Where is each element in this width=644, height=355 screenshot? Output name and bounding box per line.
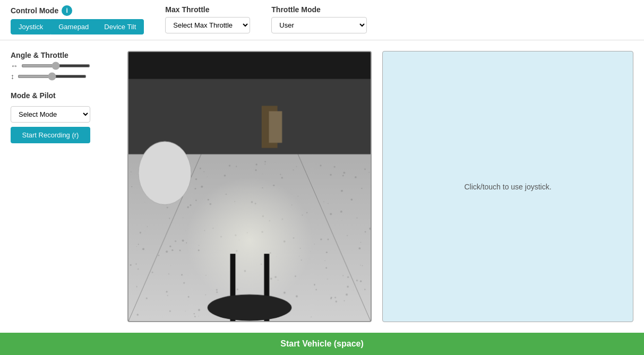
angle-throttle-label: Angle & Throttle <box>11 51 117 59</box>
throttle-mode-select[interactable]: User Auto <box>271 17 367 33</box>
camera-canvas <box>128 52 371 321</box>
joystick-area[interactable]: Click/touch to use joystick. <box>382 51 633 322</box>
max-throttle-section: Max Throttle Select Max Throttle 0.10.20… <box>165 5 250 33</box>
control-mode-text: Control Mode <box>11 6 58 15</box>
control-mode-label: Control Mode i <box>11 5 144 16</box>
joystick-label: Click/touch to use joystick. <box>464 183 551 191</box>
mode-pilot-section: Mode & Pilot Select Mode User Local Angl… <box>11 91 117 143</box>
main-content: Angle & Throttle ↔ ↕ Mode & Pilot Select… <box>0 40 644 333</box>
control-mode-section: Control Mode i Joystick Gamepad Device T… <box>11 5 144 34</box>
throttle-mode-label: Throttle Mode <box>271 5 367 14</box>
horizontal-slider-row: ↔ <box>11 62 117 70</box>
start-vehicle-bar[interactable]: Start Vehicle (space) <box>0 333 644 355</box>
angle-throttle-section: Angle & Throttle ↔ ↕ <box>11 51 117 83</box>
horizontal-slider[interactable] <box>21 64 90 67</box>
control-mode-btn-group: Joystick Gamepad Device Tilt <box>11 19 144 34</box>
camera-feed <box>127 51 372 322</box>
device-tilt-button[interactable]: Device Tilt <box>97 19 144 34</box>
start-recording-button[interactable]: Start Recording (r) <box>11 127 90 143</box>
vertical-icon: ↕ <box>11 72 14 81</box>
select-mode-select[interactable]: Select Mode User Local Angle Local Pilot <box>11 106 90 123</box>
top-bar: Control Mode i Joystick Gamepad Device T… <box>0 0 644 40</box>
max-throttle-select[interactable]: Select Max Throttle 0.10.20.3 0.40.50.6 … <box>165 17 250 33</box>
left-panel: Angle & Throttle ↔ ↕ Mode & Pilot Select… <box>11 51 117 322</box>
gamepad-button[interactable]: Gamepad <box>51 19 97 34</box>
max-throttle-label: Max Throttle <box>165 5 250 14</box>
mode-pilot-label: Mode & Pilot <box>11 91 117 100</box>
horizontal-icon: ↔ <box>11 62 18 70</box>
info-badge[interactable]: i <box>62 5 72 16</box>
vertical-slider-row: ↕ <box>11 72 117 81</box>
vertical-slider[interactable] <box>18 75 87 78</box>
joystick-button[interactable]: Joystick <box>11 19 51 34</box>
throttle-mode-section: Throttle Mode User Auto <box>271 5 367 33</box>
